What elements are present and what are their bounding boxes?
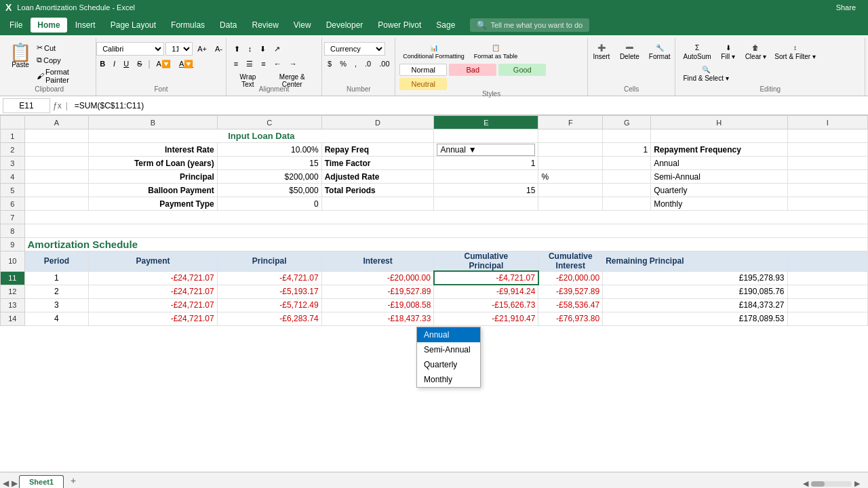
cell-G6[interactable]	[603, 197, 651, 211]
align-right-button[interactable]: ≡	[258, 57, 269, 70]
cell-A3[interactable]	[24, 157, 89, 170]
col-header-I[interactable]: I	[787, 116, 868, 129]
tab-prev-icon[interactable]: ◀	[3, 479, 9, 488]
cell-A5[interactable]	[24, 184, 89, 197]
cell-I3[interactable]	[787, 157, 868, 170]
cell-G1[interactable]	[603, 129, 651, 143]
align-center-button[interactable]: ☰	[243, 57, 256, 70]
col-header-B[interactable]: B	[89, 116, 217, 129]
style-bad-button[interactable]: Bad	[449, 64, 496, 76]
sheet-tab-sheet1[interactable]: Sheet1	[19, 475, 64, 488]
dropdown-item-annual[interactable]: Annual	[417, 327, 480, 342]
cell-D3[interactable]: Time Factor	[321, 157, 434, 170]
indent-increase-button[interactable]: →	[286, 57, 300, 70]
cell-E12[interactable]: -£9,914.24	[434, 285, 538, 298]
cell-G4[interactable]	[603, 170, 651, 184]
align-bottom-button[interactable]: ⬇	[256, 42, 269, 56]
font-color-button[interactable]: A🔽	[176, 57, 197, 70]
menu-pagelayout[interactable]: Page Layout	[104, 18, 163, 33]
indent-decrease-button[interactable]: ←	[271, 57, 285, 70]
cell-I10[interactable]	[787, 251, 868, 272]
cell-D14[interactable]: -£18,437.33	[321, 312, 434, 325]
scrollbar-thumb[interactable]	[811, 481, 825, 487]
cell-C5[interactable]: $50,000	[217, 184, 321, 197]
cell-F12[interactable]: -£39,527.89	[538, 285, 603, 298]
merge-center-button[interactable]: Merge & Center	[267, 72, 317, 85]
dropdown-item-monthly[interactable]: Monthly	[417, 372, 480, 387]
cell-H4[interactable]: Semi-Annual	[651, 170, 787, 184]
accounting-button[interactable]: $	[324, 57, 335, 70]
cell-F6[interactable]	[538, 197, 603, 211]
number-format-select[interactable]: Currency General Number Percentage	[324, 42, 385, 56]
cell-C12[interactable]: -£5,193.17	[217, 285, 321, 298]
comma-button[interactable]: ,	[351, 57, 360, 70]
align-middle-button[interactable]: ↕	[245, 42, 256, 56]
cell-H5[interactable]: Quarterly	[651, 184, 787, 197]
col-header-E[interactable]: E	[434, 116, 538, 129]
cell-A7[interactable]	[24, 211, 867, 224]
cell-D6[interactable]	[321, 197, 434, 211]
wrap-text-button[interactable]: Wrap Text	[231, 72, 265, 85]
cell-A12[interactable]: 2	[24, 285, 89, 298]
menu-view[interactable]: View	[287, 18, 318, 33]
cell-I2[interactable]	[787, 143, 868, 157]
cell-F3[interactable]	[538, 157, 603, 170]
conditional-formatting-button[interactable]: 📊 Conditional Formatting	[399, 42, 468, 62]
cell-F1[interactable]	[538, 129, 603, 143]
cell-A8[interactable]	[24, 224, 867, 238]
cell-A2[interactable]	[24, 143, 89, 157]
cell-D13[interactable]: -£19,008.58	[321, 298, 434, 312]
cell-B5[interactable]: Balloon Payment	[89, 184, 217, 197]
cell-A1[interactable]	[24, 129, 89, 143]
cut-button[interactable]: ✂ Cut	[34, 42, 92, 54]
cell-B6[interactable]: Payment Type	[89, 197, 217, 211]
cell-I13[interactable]	[787, 298, 868, 312]
cell-B3[interactable]: Term of Loan (years)	[89, 157, 217, 170]
col-header-G[interactable]: G	[603, 116, 651, 129]
cell-B13[interactable]: -£24,721.07	[89, 298, 217, 312]
cell-G11[interactable]: £195,278.93	[603, 271, 787, 285]
cell-C3[interactable]: 15	[217, 157, 321, 170]
format-cells-button[interactable]: 🔧 Format	[646, 42, 674, 62]
cell-I4[interactable]	[787, 170, 868, 184]
search-box[interactable]: 🔍 Tell me what you want to do	[470, 18, 589, 32]
scroll-left-icon[interactable]: ◀	[803, 479, 808, 488]
cell-D10[interactable]: Interest	[321, 251, 434, 272]
cell-G10[interactable]: Remaining Principal	[603, 251, 787, 272]
percent-button[interactable]: %	[336, 57, 350, 70]
cell-B1[interactable]: Input Loan Data	[89, 129, 434, 143]
repay-freq-dropdown[interactable]: Annual ▼	[437, 144, 535, 156]
increase-font-button[interactable]: A+	[194, 42, 210, 56]
cell-reference-input[interactable]	[3, 98, 50, 113]
menu-home[interactable]: Home	[31, 18, 66, 33]
format-as-table-button[interactable]: 📋 Format as Table	[471, 42, 521, 62]
cell-A6[interactable]	[24, 197, 89, 211]
underline-button[interactable]: U	[120, 57, 132, 70]
menu-insert[interactable]: Insert	[68, 18, 102, 33]
formula-input[interactable]	[72, 100, 865, 112]
cell-E14[interactable]: -£21,910.47	[434, 312, 538, 325]
format-painter-button[interactable]: 🖌 Format Painter	[34, 66, 92, 85]
cell-A11[interactable]: 1	[24, 271, 89, 285]
cell-B11[interactable]: -£24,721.07	[89, 271, 217, 285]
tab-next-icon[interactable]: ▶	[12, 479, 18, 488]
menu-developer[interactable]: Developer	[319, 18, 370, 33]
cell-E5[interactable]: 15	[434, 184, 538, 197]
autosum-button[interactable]: Σ AutoSum	[679, 42, 714, 62]
cell-I1[interactable]	[787, 129, 868, 143]
cell-E2[interactable]: Annual ▼	[434, 143, 538, 157]
cell-C6[interactable]: 0	[217, 197, 321, 211]
cell-G14[interactable]: £178,089.53	[603, 312, 787, 325]
cell-F13[interactable]: -£58,536.47	[538, 298, 603, 312]
cell-C4[interactable]: $200,000	[217, 170, 321, 184]
fill-color-button[interactable]: A🔽	[153, 57, 174, 70]
cell-B2[interactable]: Interest Rate	[89, 143, 217, 157]
font-name-select[interactable]: Calibri	[96, 42, 164, 56]
style-normal-button[interactable]: Normal	[399, 64, 447, 76]
cell-I12[interactable]	[787, 285, 868, 298]
cell-E3[interactable]: 1	[434, 157, 538, 170]
cell-A10[interactable]: Period	[24, 251, 89, 272]
font-size-select[interactable]: 11	[165, 42, 193, 56]
find-select-button[interactable]: 🔍 Find & Select ▾	[679, 64, 732, 84]
col-header-D[interactable]: D	[321, 116, 434, 129]
